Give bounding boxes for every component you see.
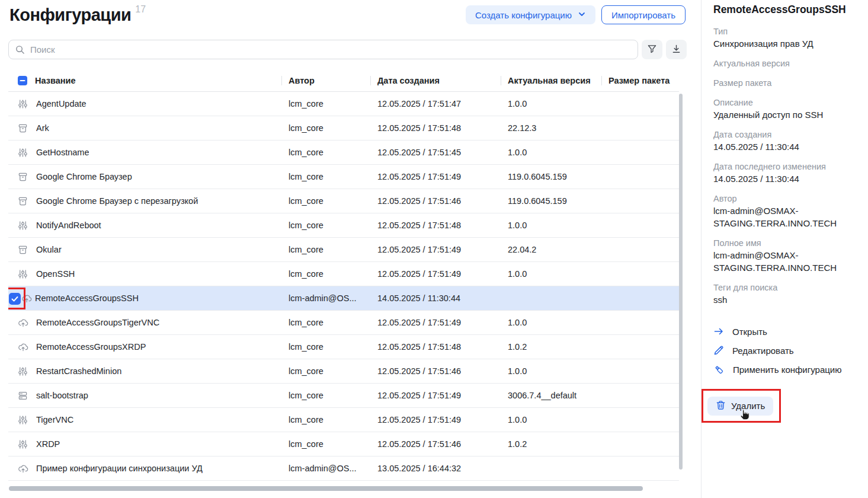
row-created-date: 12.05.2025 / 17:51:48 <box>370 221 501 230</box>
table-row[interactable]: OpenSSH lcm_core12.05.2025 / 17:51:491.0… <box>8 262 679 286</box>
column-header-3: Дата создания <box>370 76 501 85</box>
table-row[interactable]: NotifyAndReboot lcm_core12.05.2025 / 17:… <box>8 213 679 238</box>
detail-field: Полное имяlcm-admin@OSMAX-STAGING.TERRA.… <box>713 237 857 274</box>
details-title: RemoteAccessGroupsSSH <box>713 4 857 16</box>
search-icon <box>15 44 25 57</box>
row-author: lcm_core <box>281 196 370 206</box>
row-name: AgentUpdate <box>36 99 87 108</box>
row-name: Google Chrome Браузер с перезагрузкой <box>36 196 198 206</box>
field-value: 14.05.2025 / 11:30:44 <box>713 141 857 153</box>
import-button[interactable]: Импортировать <box>601 5 686 24</box>
main-content: Конфигурации 17 Создать конфигурацию Имп… <box>0 0 701 498</box>
table-row[interactable]: TigerVNC lcm_core12.05.2025 / 17:51:491.… <box>8 408 679 432</box>
field-label: Дата последнего изменения <box>713 161 857 173</box>
column-header-label: Автор <box>289 76 315 85</box>
page-header: Конфигурации 17 Создать конфигурацию Имп… <box>9 5 686 25</box>
download-icon <box>671 44 681 56</box>
export-button[interactable] <box>666 40 687 59</box>
column-header-1: Название <box>8 76 281 85</box>
field-value: ssh <box>713 293 857 306</box>
field-value: lcm-admin@OSMAX-STAGING.TERRA.INNO.TECH <box>713 205 857 229</box>
table-row[interactable]: RestartCrashedMinion lcm_core12.05.2025 … <box>8 359 679 384</box>
column-header-label: Актуальная версия <box>508 76 591 85</box>
row-author: lcm-admin@OS... <box>281 464 370 473</box>
row-name: RemoteAccessGroupsSSH <box>35 293 139 303</box>
table-row[interactable]: Okular lcm_core12.05.2025 / 17:51:4922.0… <box>8 238 679 262</box>
table-body: AgentUpdate lcm_core12.05.2025 / 17:51:4… <box>8 92 679 481</box>
apply-config-icon <box>713 364 725 375</box>
action-открыть[interactable]: Открыть <box>713 325 857 338</box>
detail-field: Размер пакета <box>713 77 857 89</box>
field-label: Автор <box>713 193 857 205</box>
item-count-badge: 17 <box>135 4 146 15</box>
column-header-4: Актуальная версия <box>501 76 601 85</box>
row-author: lcm_core <box>281 99 370 108</box>
field-label: Актуальная версия <box>713 58 857 69</box>
sliders-icon <box>18 221 28 231</box>
filter-icon <box>647 44 657 56</box>
select-all-checkbox[interactable] <box>18 76 27 85</box>
row-created-date: 13.05.2025 / 16:44:32 <box>370 464 501 473</box>
table-row[interactable]: RemoteAccessGroupsTigerVNC lcm_core12.05… <box>8 311 679 335</box>
table-row[interactable]: GetHostname lcm_core12.05.2025 / 17:51:4… <box>8 141 679 165</box>
table-row[interactable]: Google Chrome Браузер lcm_core12.05.2025… <box>8 165 679 189</box>
cloud-sync-icon <box>18 464 28 474</box>
row-created-date: 14.05.2025 / 11:30:44 <box>370 293 501 303</box>
table-row[interactable]: Ark lcm_core12.05.2025 / 17:51:4822.12.3 <box>8 116 679 141</box>
filter-button[interactable] <box>642 40 662 59</box>
field-label: Описание <box>713 97 857 108</box>
action-применить-конфигурацию[interactable]: Применить конфигурацию <box>713 363 857 376</box>
search-input[interactable] <box>8 40 638 59</box>
table-row[interactable]: Пример конфигурации синхронизации УД lcm… <box>8 456 679 481</box>
action-редактировать[interactable]: Редактировать <box>713 344 857 357</box>
row-created-date: 12.05.2025 / 17:51:49 <box>370 391 501 400</box>
vertical-scrollbar[interactable] <box>679 94 683 470</box>
server-icon <box>18 391 28 401</box>
row-name: OpenSSH <box>36 269 75 279</box>
row-created-date: 12.05.2025 / 17:51:45 <box>370 148 501 157</box>
table-row[interactable]: salt-bootstrap lcm_core12.05.2025 / 17:5… <box>8 384 679 408</box>
table-row[interactable]: AgentUpdate lcm_core12.05.2025 / 17:51:4… <box>8 92 679 116</box>
chevron-down-icon <box>578 10 586 20</box>
row-version: 119.0.6045.159 <box>501 196 601 206</box>
row-author: lcm_core <box>281 318 370 327</box>
sliders-icon <box>18 269 28 279</box>
row-created-date: 12.05.2025 / 17:51:46 <box>370 366 501 376</box>
table-row[interactable]: RemoteAccessGroupsSSH lcm-admin@OS...14.… <box>8 286 679 311</box>
row-version: 1.0.2 <box>501 342 601 352</box>
sliders-icon <box>18 148 28 158</box>
row-version: 1.0.0 <box>501 269 601 279</box>
checkbox-annotation-box <box>8 288 25 309</box>
row-version: 119.0.6045.159 <box>501 172 601 181</box>
row-version: 1.0.0 <box>501 366 601 376</box>
column-header-label: Дата создания <box>377 76 440 85</box>
row-checkbox-checked[interactable] <box>9 293 21 305</box>
field-value: 14.05.2025 / 11:30:44 <box>713 173 857 185</box>
table-header-row: НазваниеАвторДата созданияАктуальная вер… <box>8 70 679 92</box>
package-icon <box>18 245 28 255</box>
detail-field: Авторlcm-admin@OSMAX-STAGING.TERRA.INNO.… <box>713 193 857 229</box>
row-author: lcm_core <box>281 366 370 376</box>
table-row[interactable]: RemoteAccessGroupsXRDP lcm_core12.05.202… <box>8 335 679 359</box>
row-version: 1.0.0 <box>501 148 601 157</box>
row-name: Пример конфигурации синхронизации УД <box>36 464 203 473</box>
row-created-date: 12.05.2025 / 17:51:46 <box>370 196 501 206</box>
detail-field: ТипСинхронизация прав УД <box>713 25 857 50</box>
field-label: Дата создания <box>713 129 857 141</box>
row-version: 3006.7.4__default <box>501 391 601 400</box>
column-header-2: Автор <box>281 76 370 85</box>
row-name: Google Chrome Браузер <box>36 172 132 181</box>
table-row[interactable]: XRDP lcm_core12.05.2025 / 17:51:461.0.2 <box>8 432 679 456</box>
package-icon <box>18 196 28 206</box>
horizontal-scrollbar[interactable] <box>9 486 643 491</box>
cloud-sync-icon <box>18 342 28 352</box>
detail-field: Дата последнего изменения14.05.2025 / 11… <box>713 161 857 185</box>
row-created-date: 12.05.2025 / 17:51:46 <box>370 439 501 449</box>
detail-field: Дата создания14.05.2025 / 11:30:44 <box>713 129 857 153</box>
page-title: Конфигурации <box>9 5 131 25</box>
field-value: Синхронизация прав УД <box>713 37 857 50</box>
table-row[interactable]: Google Chrome Браузер с перезагрузкой lc… <box>8 189 679 213</box>
create-configuration-button[interactable]: Создать конфигурацию <box>466 5 595 24</box>
row-author: lcm_core <box>281 269 370 279</box>
row-created-date: 12.05.2025 / 17:51:49 <box>370 269 501 279</box>
